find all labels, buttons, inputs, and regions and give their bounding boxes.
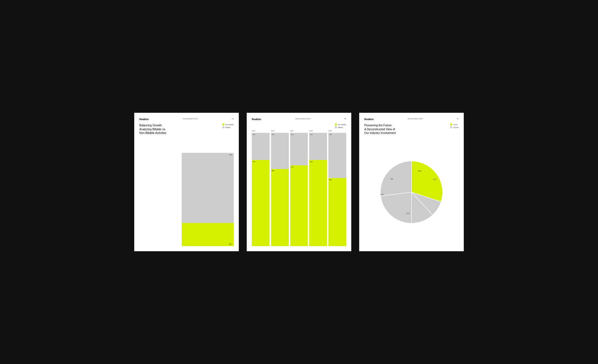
year-label-2022: 2022: [309, 130, 327, 132]
bars-group: 24% 76% 32% 68%: [252, 133, 346, 246]
legend-label-non-billable-2: Non-billable: [338, 124, 346, 125]
page-3-header: Reaktor Annual Report 2024 67: [364, 118, 459, 121]
pie-container: 30% 27% 23% 12% 8%: [379, 160, 444, 225]
page-1-header: Reaktor Annual Report 2024 63: [139, 118, 234, 121]
pct-nb-2020: 32%: [272, 134, 274, 135]
pie-label-27: 27%: [433, 179, 436, 180]
page-3-title: Pioneering the Future:A Deconstructed Vi…: [364, 123, 396, 135]
page-1-logo: Reaktor: [139, 118, 149, 121]
page-3-chart: 30% 27% 23% 12% 8%: [364, 138, 459, 246]
legend-item-non-billable-2: Non-billable: [335, 123, 346, 125]
legend-label-billable: Billable: [226, 127, 231, 128]
year-label-2019: 2019: [252, 130, 270, 132]
pie-label-8: 8%: [391, 178, 393, 180]
legend-dot-yellow: [222, 123, 224, 125]
pct-nb-2021: 29%: [291, 134, 294, 135]
legend-dot-gray: [222, 126, 224, 128]
page-2-logo: Reaktor: [252, 118, 261, 121]
legend-dot-yellow-2: [335, 123, 337, 125]
page-2-legend: Non-billable Billable: [335, 123, 346, 128]
pct-b-2021: 72%: [291, 166, 294, 168]
page-3: Reaktor Annual Report 2024 67 Pioneering…: [359, 113, 464, 251]
page-3-logo: Reaktor: [364, 118, 374, 121]
legend-label-active: Active: [453, 124, 458, 125]
pie-segment-27: [381, 161, 411, 196]
pie-label-12: 12%: [380, 194, 384, 195]
page-2-header: Reaktor Annual Report 2024 65: [252, 118, 346, 121]
legend-item-non-billable: Non-billable: [222, 123, 234, 125]
legend-item-billable-2: Billable: [335, 126, 346, 128]
page-2-chart: 2019 2020 2021 2022 2023 24% 76%: [252, 130, 346, 246]
legend-item-inactive: Inactive: [450, 126, 459, 128]
pages-container: Reaktor Annual Report 2024 63 Balancing …: [134, 113, 464, 251]
legend-label-inactive: Inactive: [453, 127, 459, 128]
page-1-chart: 75% 25%: [139, 140, 234, 246]
legend-dot-inactive: [450, 126, 452, 128]
legend-label-billable-2: Billable: [338, 127, 343, 128]
page-1-number: 63: [232, 118, 234, 120]
page-1: Reaktor Annual Report 2024 63 Balancing …: [134, 113, 239, 251]
pie-label-23: 23%: [406, 213, 410, 214]
bar-top-label: 75%: [229, 154, 232, 156]
page-2: Reaktor Annual Report 2024 65 Non-billab…: [247, 113, 351, 251]
pct-b-2022: 76%: [310, 161, 313, 162]
pct-b-2019: 76%: [252, 161, 255, 162]
page-1-legend: Non-billable Billable: [222, 123, 234, 128]
pct-nb-2019: 24%: [252, 134, 255, 135]
page-1-title: Balancing Growth:Analyzing Billable vs.N…: [139, 123, 166, 135]
year-label-2021: 2021: [290, 130, 308, 132]
legend-dot-gray-2: [335, 126, 337, 128]
legend-item-active: Active: [450, 123, 459, 125]
legend-item-billable: Billable: [222, 126, 234, 128]
page-2-meta: Annual Report 2024: [295, 118, 310, 120]
page-1-meta: Annual Report 2024: [183, 118, 198, 120]
pct-nb-2023: 40%: [329, 134, 332, 135]
legend-label-non-billable: Non-billable: [226, 124, 234, 125]
pie-svg: [379, 160, 444, 225]
year-label-2020: 2020: [271, 130, 289, 132]
legend-dot-active: [450, 123, 452, 125]
pct-b-2023: 60%: [329, 179, 332, 181]
pie-segment-23: [381, 192, 411, 223]
page-2-number: 65: [344, 118, 346, 120]
page-3-legend: Active Inactive: [450, 123, 459, 128]
pct-b-2020: 68%: [272, 170, 274, 172]
page-3-meta: Annual Report 2024: [408, 118, 423, 120]
year-label-2023: 2023: [328, 130, 346, 132]
bar-bottom-label: 25%: [229, 243, 232, 245]
page-3-number: 67: [457, 118, 459, 120]
pct-nb-2022: 24%: [310, 134, 313, 135]
pie-label-30: 30%: [418, 170, 421, 172]
